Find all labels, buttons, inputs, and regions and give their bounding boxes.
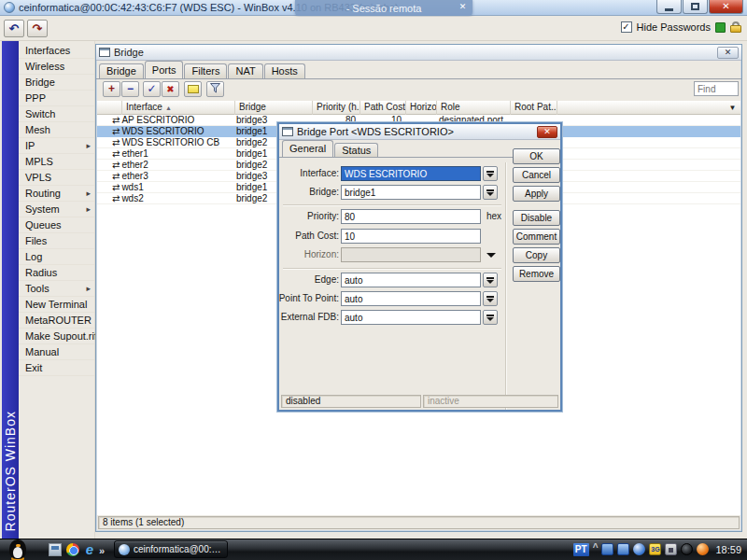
dialog-titlebar[interactable]: Bridge Port <WDS ESCRITORIO> ✕ — [279, 124, 560, 140]
comment-button[interactable] — [184, 81, 202, 97]
hide-passwords-checkbox[interactable]: ✓ — [621, 21, 632, 33]
sidebar-item-mpls[interactable]: MPLS — [19, 154, 94, 170]
tray-expand-icon[interactable]: ^ — [593, 543, 599, 553]
interface-input[interactable] — [341, 166, 481, 181]
header-interface[interactable]: Interface▲ — [122, 101, 235, 115]
priority-input[interactable] — [341, 209, 481, 224]
disable-button[interactable]: ✖ — [162, 81, 179, 97]
clock[interactable]: 18:59 — [715, 544, 741, 555]
edge-label: Edge: — [277, 273, 339, 287]
header-priority[interactable]: Priority (h... — [313, 101, 360, 115]
header-path-cost[interactable]: Path Cost — [360, 101, 406, 115]
disable-button[interactable]: Disable — [513, 210, 560, 226]
find-input[interactable] — [694, 81, 739, 96]
horizon-dropdown-icon[interactable] — [486, 253, 496, 258]
minimize-button[interactable] — [656, 0, 682, 14]
header-role[interactable]: Role — [437, 101, 511, 115]
secure-lock-icon — [730, 21, 741, 33]
point-to-point-input[interactable] — [341, 291, 481, 306]
tab-bridge[interactable]: Bridge — [99, 63, 144, 78]
app-tray-icon-blue[interactable] — [633, 543, 645, 555]
edge-input[interactable] — [341, 273, 481, 287]
start-button-penguin[interactable] — [9, 539, 26, 559]
undo-button[interactable]: ↶ — [4, 20, 24, 37]
point-to-point-dropdown-icon[interactable] — [483, 291, 498, 306]
sidebar-item-wireless[interactable]: Wireless — [19, 59, 94, 75]
sidebar-item-tools[interactable]: Tools▸ — [19, 281, 94, 297]
sidebar-item-routing[interactable]: Routing▸ — [19, 186, 94, 202]
separator — [505, 162, 507, 411]
close-button[interactable]: ✕ — [709, 0, 743, 14]
connection-status-icon — [715, 22, 726, 33]
edge-dropdown-icon[interactable] — [483, 273, 498, 287]
quicklaunch-overflow-icon[interactable]: » — [99, 545, 105, 556]
bridge-input[interactable] — [341, 185, 481, 200]
filter-button[interactable] — [206, 81, 224, 97]
network-icon[interactable] — [601, 543, 613, 555]
banner-close-icon[interactable]: ✕ — [458, 2, 468, 11]
taskbar-winbox-button[interactable]: ceinformatica@00:0... — [114, 540, 228, 558]
sidebar-item-log[interactable]: Log — [19, 249, 94, 265]
cancel-button[interactable]: Cancel — [513, 167, 560, 183]
sidebar-item-make-supout[interactable]: Make Supout.rif — [19, 329, 94, 344]
maximize-button[interactable] — [683, 0, 708, 14]
network-icon[interactable] — [617, 543, 629, 555]
bridge-window-close-button[interactable]: ✕ — [717, 47, 739, 59]
comment-button[interactable]: Comment — [513, 229, 560, 245]
column-menu-icon[interactable]: ▼ — [726, 102, 739, 114]
external-fdb-dropdown-icon[interactable] — [483, 310, 498, 325]
sidebar-item-vpls[interactable]: VPLS — [19, 170, 94, 186]
remove-button[interactable]: − — [121, 81, 139, 97]
tab-general[interactable]: General — [282, 140, 333, 157]
bridge-port-dialog: Bridge Port <WDS ESCRITORIO> ✕ GeneralSt… — [277, 122, 562, 412]
volume-icon[interactable] — [665, 543, 677, 555]
sidebar-item-new-terminal[interactable]: New Terminal — [19, 297, 94, 313]
app-tray-icon-orange[interactable] — [697, 543, 709, 555]
sidebar-item-files[interactable]: Files — [19, 233, 94, 249]
sidebar-item-interfaces[interactable]: Interfaces — [19, 43, 94, 59]
header-horizon[interactable]: Horizon — [406, 101, 437, 115]
header-flags[interactable] — [97, 101, 122, 115]
app-tray-icon-dark[interactable] — [681, 543, 693, 555]
path-cost-input[interactable] — [341, 229, 481, 244]
sidebar-item-bridge[interactable]: Bridge — [19, 75, 94, 91]
bridge-window-titlebar[interactable]: Bridge ✕ — [96, 45, 741, 61]
chrome-icon[interactable] — [66, 543, 79, 556]
sidebar-item-mesh[interactable]: Mesh — [19, 122, 94, 138]
tab-nat[interactable]: NAT — [228, 63, 262, 78]
sidebar-item-queues[interactable]: Queues — [19, 217, 94, 233]
dialog-close-button[interactable]: ✕ — [537, 126, 557, 138]
dialog-title: Bridge Port <WDS ESCRITORIO> — [297, 126, 454, 137]
internet-explorer-icon[interactable]: e — [83, 543, 96, 556]
header-root-path[interactable]: Root Pat... — [511, 101, 557, 115]
tab-hosts[interactable]: Hosts — [264, 63, 305, 78]
enable-button[interactable]: ✓ — [143, 81, 161, 97]
header-bridge[interactable]: Bridge — [235, 101, 313, 115]
mobile-3g-icon[interactable]: 3G — [649, 543, 661, 555]
sidebar-item-ip[interactable]: IP▸ — [19, 138, 94, 154]
tab-status[interactable]: Status — [334, 143, 378, 157]
sidebar-item-metarouter[interactable]: MetaROUTER — [19, 313, 94, 329]
language-indicator[interactable]: PT — [573, 543, 589, 556]
apply-button[interactable]: Apply — [513, 186, 560, 202]
sidebar-item-manual[interactable]: Manual — [19, 344, 94, 360]
redo-button[interactable]: ↷ — [27, 20, 48, 37]
quicklaunch-app-icon[interactable] — [49, 543, 62, 556]
tab-filters[interactable]: Filters — [184, 63, 227, 78]
hide-passwords-label: Hide Passwords — [637, 21, 711, 33]
table-header: Interface▲ Bridge Priority (h... Path Co… — [97, 101, 740, 115]
horizon-input[interactable] — [341, 247, 481, 262]
sidebar-item-radius[interactable]: Radius — [19, 265, 94, 281]
add-button[interactable]: + — [103, 81, 120, 97]
interface-dropdown-icon[interactable] — [483, 166, 498, 181]
sidebar-item-switch[interactable]: Switch — [19, 106, 94, 122]
copy-button[interactable]: Copy — [513, 247, 560, 263]
sidebar-item-ppp[interactable]: PPP — [19, 91, 94, 106]
sidebar-item-system[interactable]: System▸ — [19, 202, 94, 217]
sidebar-item-exit[interactable]: Exit — [19, 360, 94, 376]
external-fdb-input[interactable] — [341, 310, 481, 325]
bridge-dropdown-icon[interactable] — [483, 185, 498, 200]
remove-button[interactable]: Remove — [513, 266, 560, 282]
tab-ports[interactable]: Ports — [145, 61, 184, 78]
ok-button[interactable]: OK — [513, 148, 560, 164]
